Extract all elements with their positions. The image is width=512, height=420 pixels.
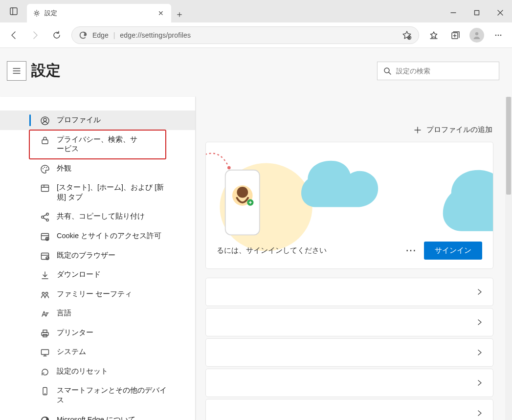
chevron-right-icon [476, 349, 483, 356]
hamburger-icon [12, 66, 22, 76]
settings-row[interactable] [205, 399, 493, 420]
browser-default-icon [40, 251, 50, 261]
sidebar-item-label: スマートフォンとその他のデバイス [57, 386, 186, 405]
settings-page: プロファイルの追加 るには、サインインしてください ⋯ サインイン [0, 48, 512, 420]
favorite-star-icon[interactable] [402, 30, 412, 40]
cookie-icon [40, 232, 50, 242]
tab-actions [0, 0, 27, 22]
sidebar-item-share-copy[interactable]: 共有、コピーして貼り付け [0, 207, 195, 226]
sidebar-item-label: 既定のブラウザー [57, 251, 130, 261]
tab-close-button[interactable]: ✕ [156, 9, 165, 18]
vertical-tabs-button[interactable] [5, 3, 22, 20]
sidebar-item-printers[interactable]: プリンター [0, 323, 195, 343]
sidebar-item-label: ダウンロード [57, 270, 115, 280]
settings-sidebar: プロファイル プライバシー、検索、サービス 外観 [スタート]、[ホーム]、およ… [0, 97, 196, 420]
scrollbar-thumb[interactable] [506, 97, 511, 195]
search-icon [383, 67, 391, 75]
sidebar-item-label: プリンター [57, 328, 108, 338]
person-circle-icon [40, 116, 50, 126]
vertical-scrollbar[interactable] [505, 97, 512, 420]
sidebar-item-system[interactable]: システム [0, 342, 195, 362]
svg-point-15 [495, 34, 497, 36]
sidebar-item-label: プライバシー、検索、サービス [57, 135, 157, 154]
close-window-button[interactable] [489, 3, 512, 22]
sidebar-item-family[interactable]: ファミリー セーフティ [0, 285, 195, 304]
svg-point-25 [227, 166, 231, 170]
signin-button[interactable]: サインイン [424, 242, 482, 260]
sidebar-item-label: プロファイル [57, 115, 115, 125]
language-icon [40, 309, 50, 319]
minimize-button[interactable] [442, 3, 465, 22]
sidebar-item-label: 設定のリセット [57, 367, 123, 376]
settings-row[interactable] [205, 308, 493, 336]
tab-title: 設定 [45, 9, 153, 18]
forward-button [25, 25, 45, 45]
hero-more-button[interactable]: ⋯ [405, 244, 417, 257]
settings-row[interactable] [205, 369, 493, 397]
profile-avatar[interactable] [467, 25, 487, 45]
person-icon [472, 31, 481, 40]
collections-button[interactable] [445, 25, 465, 45]
svg-point-17 [500, 34, 502, 36]
family-icon [40, 290, 50, 300]
browser-toolbar: Edge | edge://settings/profiles [0, 22, 512, 48]
lock-icon [40, 135, 50, 145]
sidebar-item-about[interactable]: Microsoft Edge について [0, 410, 195, 420]
page-header: 設定 [7, 61, 61, 81]
maximize-button[interactable] [465, 3, 489, 22]
chevron-right-icon [476, 410, 483, 417]
download-icon [40, 270, 50, 280]
browser-tab[interactable]: 設定 ✕ [27, 4, 171, 22]
sidebar-item-label: 共有、コピーして貼り付け [57, 212, 159, 221]
signin-prompt-text: るには、サインインしてください [217, 246, 327, 255]
settings-search[interactable] [377, 62, 499, 80]
svg-rect-55 [42, 350, 49, 354]
page-title: 設定 [31, 61, 61, 81]
sidebar-item-reset[interactable]: 設定のリセット [0, 362, 195, 381]
refresh-button[interactable] [47, 25, 67, 45]
gear-icon [33, 9, 41, 17]
title-bar: 設定 ✕ ＋ [0, 0, 512, 22]
sidebar-item-languages[interactable]: 言語 [0, 304, 195, 323]
more-button[interactable] [489, 25, 508, 45]
svg-line-30 [389, 72, 391, 74]
chevron-right-icon [476, 288, 483, 295]
sidebar-item-appearance[interactable]: 外観 [0, 159, 195, 178]
svg-point-14 [475, 32, 478, 35]
back-button[interactable] [4, 25, 23, 45]
sidebar-item-privacy[interactable]: プライバシー、検索、サービス [29, 130, 166, 159]
edge-logo-icon [79, 31, 88, 40]
sidebar-item-label: 言語 [57, 309, 86, 318]
sidebar-item-phone[interactable]: スマートフォンとその他のデバイス [0, 381, 195, 410]
svg-point-40 [46, 213, 49, 216]
sidebar-item-default-browser[interactable]: 既定のブラウザー [0, 246, 195, 265]
settings-menu-button[interactable] [7, 61, 26, 81]
reset-icon [40, 367, 50, 377]
svg-point-34 [43, 168, 44, 169]
svg-point-32 [44, 118, 46, 121]
window-tabs-icon [40, 183, 50, 193]
sidebar-item-label: [スタート]、[ホーム]、および [新規] タブ [57, 183, 186, 202]
svg-rect-53 [43, 330, 47, 332]
system-icon [40, 348, 50, 357]
phone-icon [40, 386, 50, 396]
sidebar-item-profiles[interactable]: プロファイル [0, 111, 195, 130]
svg-point-50 [42, 292, 45, 294]
settings-row[interactable] [205, 338, 493, 367]
svg-rect-52 [42, 332, 48, 335]
add-profile-button[interactable]: プロファイルの追加 [414, 125, 492, 134]
svg-point-36 [46, 167, 47, 168]
svg-point-29 [384, 68, 389, 73]
sidebar-item-label: システム [57, 347, 101, 357]
settings-search-input[interactable] [396, 67, 493, 75]
address-bar[interactable]: Edge | edge://settings/profiles [71, 26, 419, 44]
svg-point-35 [44, 167, 45, 168]
sidebar-item-start-home[interactable]: [スタート]、[ホーム]、および [新規] タブ [0, 178, 195, 207]
edge-icon [40, 416, 50, 420]
new-tab-button[interactable]: ＋ [171, 6, 188, 22]
svg-point-42 [46, 219, 49, 221]
sidebar-item-cookies[interactable]: Cookie とサイトのアクセス許可 [0, 226, 195, 246]
sidebar-item-downloads[interactable]: ダウンロード [0, 265, 195, 285]
favorites-button[interactable] [424, 25, 444, 45]
settings-row[interactable] [205, 278, 493, 306]
